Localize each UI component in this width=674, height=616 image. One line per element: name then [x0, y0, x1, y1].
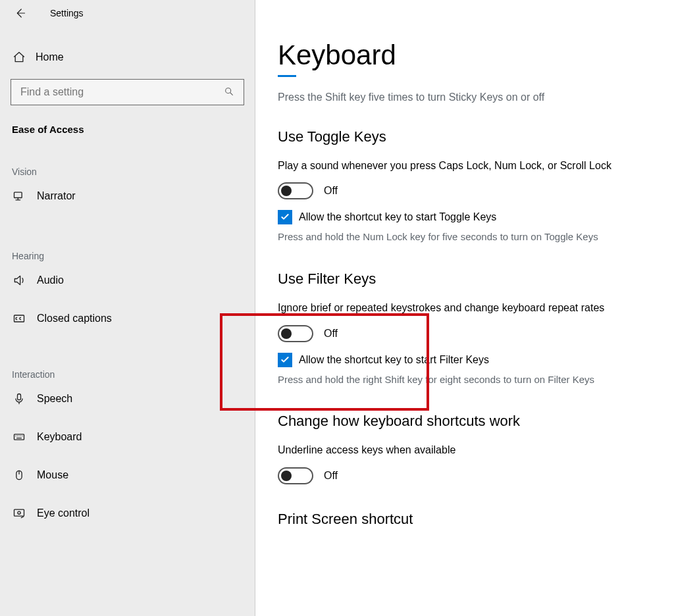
section-heading-print-screen: Print Screen shortcut — [278, 511, 652, 528]
main-content: Keyboard Press the Shift key five times … — [255, 0, 674, 616]
filter-keys-switch-row: Off — [278, 325, 652, 342]
sidebar-item-audio[interactable]: Audio — [0, 265, 255, 295]
sidebar-item-label: Narrator — [37, 190, 76, 202]
sidebar-item-label: Closed captions — [37, 313, 112, 324]
sidebar-item-speech[interactable]: Speech — [0, 384, 255, 414]
svg-rect-6 — [14, 509, 24, 516]
sidebar-header: Settings — [0, 0, 255, 26]
audio-icon — [12, 273, 26, 288]
sidebar-item-label: Eye control — [37, 507, 90, 519]
filter-keys-switch[interactable] — [278, 325, 313, 342]
title-underline — [278, 75, 296, 77]
app-title: Settings — [50, 8, 84, 18]
section-toggle-keys: Use Toggle Keys Play a sound whenever yo… — [278, 128, 652, 244]
sidebar-item-keyboard[interactable]: Keyboard — [0, 422, 255, 452]
sidebar-item-mouse[interactable]: Mouse — [0, 460, 255, 490]
back-button[interactable] — [13, 7, 26, 20]
section-filter-keys: Use Filter Keys Ignore brief or repeated… — [278, 270, 652, 386]
sidebar: Settings Home Ease of Access Vision Narr… — [0, 0, 255, 616]
underline-access-switch[interactable] — [278, 467, 313, 484]
page-title: Keyboard — [278, 39, 652, 71]
microphone-icon — [12, 392, 26, 406]
group-label-vision: Vision — [0, 167, 255, 177]
svg-rect-4 — [14, 434, 24, 440]
nav-home-label: Home — [36, 51, 64, 63]
toggle-keys-shortcut-checkbox[interactable] — [278, 210, 292, 224]
section-print-screen: Print Screen shortcut — [278, 511, 652, 528]
underline-access-switch-state: Off — [324, 470, 338, 482]
sidebar-item-label: Speech — [37, 393, 72, 405]
svg-point-0 — [226, 88, 231, 93]
filter-keys-shortcut-label: Allow the shortcut key to start Filter K… — [299, 354, 489, 366]
toggle-keys-switch-state: Off — [324, 185, 338, 197]
closed-captions-icon — [12, 311, 26, 326]
sidebar-item-label: Audio — [37, 274, 64, 286]
toggle-keys-switch[interactable] — [278, 182, 313, 199]
svg-rect-1 — [14, 192, 22, 197]
toggle-keys-shortcut-desc: Press and hold the Num Lock key for five… — [278, 230, 646, 244]
filter-keys-shortcut-checkbox[interactable] — [278, 353, 292, 367]
sidebar-item-eye-control[interactable]: Eye control — [0, 498, 255, 528]
arrow-left-icon — [14, 7, 26, 19]
eye-control-icon — [12, 506, 26, 521]
check-icon — [280, 355, 290, 365]
section-keyboard-shortcuts: Change how keyboard shortcuts work Under… — [278, 413, 652, 484]
toggle-keys-switch-row: Off — [278, 182, 652, 199]
sticky-keys-desc: Press the Shift key five times to turn S… — [278, 91, 652, 103]
toggle-keys-shortcut-checkbox-row: Allow the shortcut key to start Toggle K… — [278, 210, 652, 224]
filter-keys-shortcut-checkbox-row: Allow the shortcut key to start Filter K… — [278, 353, 652, 367]
keyboard-icon — [12, 430, 26, 444]
group-label-hearing: Hearing — [0, 251, 255, 261]
sidebar-item-label: Keyboard — [37, 431, 82, 443]
nav-home[interactable]: Home — [0, 42, 255, 72]
underline-access-desc: Underline access keys when available — [278, 443, 646, 457]
sidebar-item-narrator[interactable]: Narrator — [0, 181, 255, 211]
svg-point-7 — [18, 511, 20, 514]
sidebar-section-title: Ease of Access — [0, 124, 255, 135]
search-box[interactable] — [11, 79, 244, 105]
search-input[interactable] — [19, 86, 224, 99]
sidebar-item-label: Mouse — [37, 469, 68, 481]
home-icon — [12, 50, 26, 64]
section-heading-filter-keys: Use Filter Keys — [278, 270, 652, 288]
toggle-keys-desc: Play a sound whenever you press Caps Loc… — [278, 159, 646, 173]
section-heading-shortcuts: Change how keyboard shortcuts work — [278, 413, 652, 430]
filter-keys-shortcut-desc: Press and hold the right Shift key for e… — [278, 372, 646, 387]
section-heading-toggle-keys: Use Toggle Keys — [278, 128, 652, 145]
check-icon — [280, 212, 290, 222]
sidebar-item-closed-captions[interactable]: Closed captions — [0, 303, 255, 334]
narrator-icon — [12, 189, 26, 203]
toggle-keys-shortcut-label: Allow the shortcut key to start Toggle K… — [299, 211, 496, 223]
underline-access-switch-row: Off — [278, 467, 652, 484]
group-label-interaction: Interaction — [0, 369, 255, 380]
mouse-icon — [12, 468, 26, 482]
svg-rect-3 — [18, 394, 21, 400]
filter-keys-desc: Ignore brief or repeated keystrokes and … — [278, 301, 646, 315]
search-icon — [224, 86, 236, 98]
filter-keys-switch-state: Off — [324, 328, 338, 340]
